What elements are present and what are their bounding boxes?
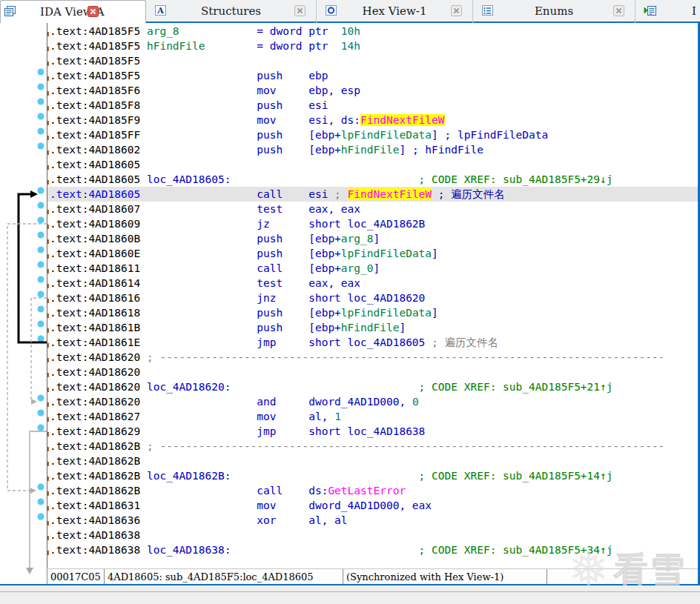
listing-row[interactable]: .text:4AD1862B loc_4AD1862B: ; CODE XREF… (47, 468, 698, 483)
listing-row[interactable]: .text:4AD18609 jz short loc_4AD1862B (47, 216, 698, 231)
address: .text:4AD18618 (50, 307, 147, 319)
code-segment: mov ebp, esp (147, 84, 360, 96)
listing-row[interactable]: .text:4AD18638 loc_4AD18638: ; CODE XREF… (47, 542, 698, 557)
code-segment: ] (374, 262, 380, 274)
address: .text:4AD18607 (50, 203, 147, 215)
address: .text:4AD18629 (50, 425, 147, 437)
code-segment: ; (328, 188, 347, 200)
tab-hex-view-1[interactable]: Hex View-1 (317, 0, 473, 23)
code-segment: ; hFindFile (406, 144, 483, 156)
code-segment: xor al, al (147, 514, 348, 526)
address: .text:4AD1860B (50, 233, 147, 245)
code-segment: ] (432, 248, 438, 259)
tab-close-button[interactable] (88, 6, 99, 17)
code-segment: and dword_4AD1D000, (147, 396, 412, 408)
code-segment: arg_8 (147, 25, 179, 37)
listing-row[interactable]: .text:4AD18605 call esi ; FindNextFileW … (47, 187, 698, 202)
address: .text:4AD18631 (50, 500, 147, 511)
tab-close-button[interactable] (294, 5, 306, 16)
listing-row[interactable]: .text:4AD18629 jmp short loc_4AD18638 (47, 424, 698, 439)
listing-row[interactable]: .text:4AD18602 push [ebp+hFindFile] ; hF… (47, 142, 698, 157)
status-file-offset: 00017C05 (47, 569, 105, 584)
code-segment: lpFindFileData (341, 248, 432, 259)
listing-row[interactable]: .text:4AD18605 loc_4AD18605: ; CODE XREF… (47, 172, 698, 187)
address: .text:4AD185FF (50, 129, 147, 141)
code-segment: arg_8 (341, 233, 374, 245)
code-segment: FindNextFileW (360, 114, 445, 126)
listing-row[interactable]: .text:4AD18605 (47, 157, 698, 172)
listing-row[interactable]: .text:4AD18614 test eax, eax (47, 276, 698, 291)
listing-row[interactable]: .text:4AD1860E push [ebp+lpFindFileData] (47, 246, 698, 261)
listing-row[interactable]: .text:4AD1860B push [ebp+arg_8] (47, 231, 698, 246)
listing-row[interactable]: .text:4AD18607 test eax, eax (47, 202, 698, 216)
ida-view-icon (4, 5, 17, 18)
listing-row[interactable]: .text:4AD185F6 mov ebp, esp (47, 83, 698, 98)
listing-row[interactable]: .text:4AD1862B call ds:GetLastError (47, 483, 698, 498)
listing-row[interactable]: .text:4AD18620 and dword_4AD1D000, 0 (47, 394, 698, 409)
tab-close-button[interactable] (451, 5, 462, 16)
code-segment: mov dword_4AD1D000, eax (147, 500, 432, 511)
listing-row[interactable]: .text:4AD1862B ; -----------------------… (47, 439, 698, 454)
code-segment: push [ebp+ (147, 307, 341, 319)
code-segment: push [ebp+ (147, 144, 341, 156)
status-sync-state: (Synchronized with Hex View-1) (343, 569, 547, 584)
listing-row[interactable]: .text:4AD1862B (47, 454, 698, 468)
address: .text:4AD185F9 (50, 114, 147, 126)
tab-i[interactable]: I (635, 0, 700, 23)
listing-row[interactable]: .text:4AD1861E jmp short loc_4AD18605 ; … (47, 335, 698, 350)
listing-row[interactable]: .text:4AD185F5 hFindFile = dword ptr 14h (47, 39, 698, 53)
listing-row[interactable]: .text:4AD18620 (47, 365, 698, 379)
tab-close-button[interactable] (613, 5, 624, 16)
code-segment: test eax, eax (147, 277, 360, 289)
code-segment: ; CODE XREF: sub_4AD185F5+29↓j (231, 173, 612, 185)
code-segment: lpFindFileData (341, 129, 432, 141)
address: .text:4AD185F5 (50, 25, 147, 37)
code-segment: 1 (334, 411, 341, 422)
listing-row[interactable]: .text:4AD185F9 mov esi, ds:FindNextFileW (47, 113, 698, 127)
code-segment: FindNextFileW (348, 188, 432, 200)
code-segment: ] (374, 233, 380, 245)
status-current-location: 4AD18605: sub_4AD185F5:loc_4AD18605 (105, 569, 343, 584)
listing-row[interactable]: .text:4AD18631 mov dword_4AD1D000, eax (47, 498, 698, 513)
address: .text:4AD18611 (50, 262, 147, 274)
listing-row[interactable]: .text:4AD185FF push [ebp+lpFindFileData]… (47, 127, 698, 142)
listing-row[interactable]: .text:4AD18636 xor al, al (47, 513, 698, 528)
code-segment: lpFindFileData (341, 307, 432, 319)
code-segment: mov esi, ds: (147, 114, 360, 126)
address: .text:4AD1861E (50, 336, 147, 348)
code-segment: hFindFile (147, 40, 205, 52)
tab-structures[interactable]: AStructures (146, 0, 317, 23)
address: .text:4AD1862B (50, 440, 147, 452)
code-segment: ; CODE XREF: sub_4AD185F5+34↑j (231, 544, 612, 556)
listing-row[interactable]: .text:4AD18620 loc_4AD18620: ; CODE XREF… (47, 379, 698, 394)
code-segment: = dword ptr (205, 40, 341, 52)
listing-row[interactable]: .text:4AD1861B push [ebp+hFindFile] (47, 320, 698, 335)
code-segment: ; --------------------------------------… (147, 351, 664, 363)
disassembly-listing: .text:4AD185F5 arg_8 = dword ptr 10h.tex… (47, 24, 698, 557)
listing-row[interactable]: .text:4AD18620 ; -----------------------… (47, 350, 698, 365)
listing-row[interactable]: .text:4AD18638 (47, 528, 698, 542)
listing-row[interactable]: .text:4AD18616 jnz short loc_4AD18620 (47, 291, 698, 305)
listing-row[interactable]: .text:4AD185F8 push esi (47, 98, 698, 113)
listing-row[interactable]: .text:4AD18611 call [ebp+arg_0] (47, 261, 698, 276)
listing-row[interactable]: .text:4AD185F5 arg_8 = dword ptr 10h (47, 24, 698, 39)
status-bar: 00017C05 4AD18605: sub_4AD185F5:loc_4AD1… (47, 568, 698, 584)
code-segment: GetLastError (328, 485, 406, 497)
tab-enums[interactable]: Enums (473, 0, 635, 23)
listing-row[interactable]: .text:4AD185F5 push ebp (47, 68, 698, 83)
tab-ida-view-a[interactable]: IDA View-A (0, 0, 146, 23)
ida-window: IDA View-AAStructuresHex View-1EnumsI .t… (0, 0, 700, 604)
code-segment: 10h (341, 25, 360, 37)
code-segment: ; 遍历文件名 (425, 336, 498, 348)
code-segment: ; lpFindFileData (438, 129, 548, 141)
code-segment: ; CODE XREF: sub_4AD185F5+14↑j (231, 470, 612, 482)
code-segment: ; --------------------------------------… (147, 440, 664, 452)
listing-row[interactable]: .text:4AD185F5 (47, 53, 698, 68)
code-segment: mov al, (147, 411, 334, 422)
address: .text:4AD18609 (50, 218, 147, 230)
code-segment: push [ebp+ (147, 129, 341, 141)
address: .text:4AD1860E (50, 248, 147, 259)
address: .text:4AD18620 (50, 381, 147, 393)
listing-row[interactable]: .text:4AD18627 mov al, 1 (47, 409, 698, 424)
listing-row[interactable]: .text:4AD18618 push [ebp+lpFindFileData] (47, 305, 698, 320)
